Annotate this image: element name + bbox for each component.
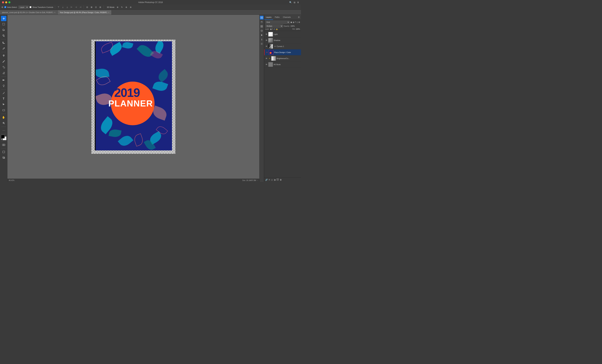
fill-label: Fill:: [292, 28, 295, 30]
layer-item-curves[interactable]: 👁 ◑ Curves 1: [264, 43, 301, 49]
canvas-area[interactable]: 2019 PLANNER 48.42% Doc: 26.1M/97.8M ›: [7, 15, 259, 182]
layer-eye-shadow[interactable]: 👁: [265, 39, 268, 42]
lock-transparent-icon[interactable]: ▣: [270, 28, 272, 30]
layer-filter-dropdown[interactable]: Kind Name Effect: [265, 21, 290, 24]
move-tool[interactable]: [1, 16, 6, 21]
tab1-close[interactable]: ✕: [54, 11, 55, 13]
layer-item-shadow[interactable]: 👁 Shadow: [264, 37, 301, 43]
3d-mode-icon[interactable]: ⊕: [116, 6, 119, 9]
fill-value[interactable]: 100%: [296, 28, 300, 30]
gradient-tool[interactable]: [1, 77, 6, 83]
filter-type-icon[interactable]: T: [295, 21, 296, 23]
3d-move-icon[interactable]: ⊛: [129, 6, 132, 9]
3d-rotate-icon[interactable]: ↻: [120, 6, 124, 9]
second-screen-icon[interactable]: [1, 155, 6, 160]
lock-position-icon[interactable]: ✛: [274, 28, 275, 30]
leaf-decor: [133, 133, 144, 146]
tab2-close[interactable]: ✕: [108, 11, 109, 13]
delete-layer-icon[interactable]: 🗑: [280, 179, 282, 181]
filter-shape-icon[interactable]: ◻: [296, 21, 298, 23]
align-bottom-icon[interactable]: ⊥: [65, 6, 69, 9]
layer-item-place[interactable]: 👁 Place Design / Color: [264, 49, 301, 55]
tab-channels[interactable]: Channels: [281, 15, 292, 20]
marquee-tool[interactable]: [1, 21, 6, 27]
tab-your-design[interactable]: Your Design.psd @ 48.4% (Place Design / …: [58, 10, 111, 15]
layers-strip-icon[interactable]: [260, 16, 264, 20]
tab-layers[interactable]: Layers: [264, 15, 273, 20]
align-left-icon[interactable]: ⊢: [70, 6, 73, 9]
styles-strip-icon[interactable]: [260, 24, 264, 28]
lock-paint-icon[interactable]: ✎: [272, 28, 273, 30]
clone-tool[interactable]: [1, 64, 6, 70]
channels-strip-icon[interactable]: [260, 42, 264, 46]
screen-mode-icon[interactable]: [1, 149, 6, 155]
maximize-button[interactable]: [8, 1, 11, 3]
panel-menu-icon[interactable]: ☰: [297, 16, 301, 18]
link-layers-icon[interactable]: 🔗: [265, 179, 268, 181]
distribute2-icon[interactable]: ⊠: [90, 6, 93, 9]
align-top-icon[interactable]: ⊤: [57, 6, 60, 9]
filter-pixel-icon[interactable]: ▣: [290, 21, 292, 23]
align-vcenter-icon[interactable]: ⊥: [61, 6, 64, 9]
share-icon[interactable]: ⬆: [297, 1, 299, 4]
layer-item-brightness[interactable]: 👁 ☀ Brightness/Co...: [264, 55, 301, 62]
distribute-icon[interactable]: ⊟: [86, 6, 89, 9]
adjustments-strip-icon[interactable]: [260, 20, 264, 24]
tab-planner-cover[interactable]: planner_cover.psd @ 81.6% (<< Double Cli…: [0, 10, 58, 15]
distribute3-icon[interactable]: ⊡: [94, 6, 97, 9]
shape-tool[interactable]: [1, 107, 6, 113]
blend-mode-dropdown[interactable]: Multiply Normal Screen: [265, 24, 283, 28]
dodge-tool[interactable]: [1, 83, 6, 88]
filter-smart-icon[interactable]: ⊞: [299, 21, 300, 23]
brush-tool[interactable]: [1, 59, 6, 64]
layer-thumb-curves: [268, 44, 273, 49]
status-arrow[interactable]: ›: [258, 180, 258, 181]
transform-checkbox[interactable]: [30, 6, 32, 8]
search-icon[interactable]: 🔍: [289, 1, 292, 4]
extras-tool[interactable]: ⋯: [1, 128, 6, 133]
zoom-tool[interactable]: [1, 120, 6, 126]
close-button[interactable]: [2, 1, 4, 3]
planner-cover: 2019 PLANNER: [95, 41, 172, 150]
layer-item-book[interactable]: 👁 A5 Book: [264, 62, 301, 67]
pen-tool[interactable]: [1, 90, 6, 96]
opacity-value[interactable]: 100%: [290, 25, 295, 27]
minimize-button[interactable]: [5, 1, 7, 3]
filter-adjust-icon[interactable]: ◑: [293, 21, 294, 23]
healing-tool[interactable]: [1, 53, 6, 58]
hand-tool[interactable]: ✋: [1, 115, 6, 120]
quick-mask-icon[interactable]: [1, 142, 6, 147]
arrange-icon[interactable]: ⊞: [294, 1, 295, 4]
layer-eye-light[interactable]: 👁: [265, 33, 268, 35]
layer-item-light[interactable]: 👁 Light: [264, 31, 301, 37]
text-tool[interactable]: T: [1, 96, 6, 101]
new-fill-icon[interactable]: ◑: [274, 179, 276, 181]
color-swatches[interactable]: ⇄: [1, 135, 6, 140]
quick-select-tool[interactable]: [1, 33, 6, 38]
crop-tool[interactable]: [1, 40, 6, 45]
auto-select-dropdown[interactable]: Layer Group: [18, 6, 29, 9]
layer-eye-curves[interactable]: 👁: [265, 45, 268, 47]
layer-eye-place[interactable]: 👁: [266, 51, 268, 54]
history-strip-icon[interactable]: [260, 29, 264, 32]
eraser-tool[interactable]: [1, 70, 6, 75]
path-select-tool[interactable]: [1, 102, 6, 107]
new-layer-icon[interactable]: [277, 178, 279, 181]
lasso-tool[interactable]: [1, 27, 6, 32]
lock-all-icon[interactable]: 🔒: [276, 28, 278, 30]
layer-eye-brightness[interactable]: 👁: [265, 57, 268, 60]
eyedropper-tool[interactable]: [1, 46, 6, 51]
info-strip-icon[interactable]: ℹ: [260, 38, 264, 41]
foreground-color[interactable]: [1, 135, 5, 139]
3d-scale-icon[interactable]: ⊗: [125, 6, 128, 9]
swap-colors-icon[interactable]: ⇄: [1, 139, 3, 140]
fx-icon[interactable]: fx: [269, 179, 270, 181]
align-right-icon[interactable]: ⊣: [79, 6, 82, 9]
actions-strip-icon[interactable]: [260, 33, 264, 37]
add-mask-icon[interactable]: ◻: [271, 179, 273, 181]
auto-select-checkbox[interactable]: [4, 6, 6, 8]
layer-eye-book[interactable]: 👁: [265, 63, 268, 66]
align-hcenter-icon[interactable]: ⊣: [74, 6, 78, 9]
distribute4-icon[interactable]: ⊞: [99, 6, 102, 9]
tab-paths[interactable]: Paths: [273, 15, 281, 20]
